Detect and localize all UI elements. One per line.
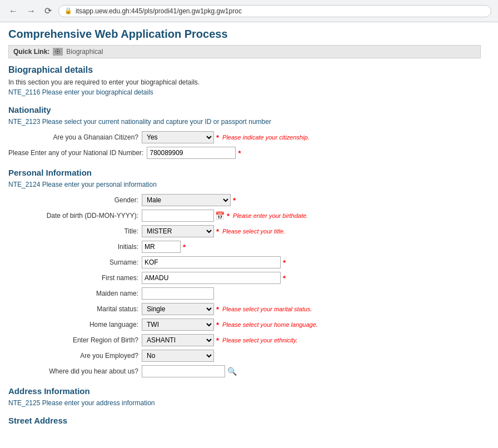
address-bar[interactable]: 🔒 itsapp.uew.edu.gh:445/pls/prodi41/gen.… xyxy=(58,5,491,17)
title-select[interactable]: MISTER MRS MS DR PROF xyxy=(142,225,214,237)
initials-required: * xyxy=(183,243,186,251)
maiden-input[interactable] xyxy=(142,287,214,300)
maiden-label: Maiden name: xyxy=(8,290,142,297)
quick-link-text: Biographical xyxy=(66,48,103,56)
firstname-input[interactable] xyxy=(142,272,281,284)
back-button[interactable]: ← xyxy=(7,5,20,17)
employed-select[interactable]: No Yes xyxy=(142,350,214,362)
surname-row: Surname: * xyxy=(8,256,481,268)
personal-info-nte: NTE_2124 Please enter your personal info… xyxy=(8,181,481,188)
region-error: Please select your ethnicity. xyxy=(222,337,298,344)
url-text: itsapp.uew.edu.gh:445/pls/prodi41/gen.gw… xyxy=(76,7,242,15)
gender-select[interactable]: Male Female xyxy=(142,194,231,206)
marital-error: Please select your marital status. xyxy=(222,306,312,312)
gender-label: Gender: xyxy=(8,196,142,204)
surname-label: Surname: xyxy=(8,258,142,266)
title-error: Please select your title. xyxy=(222,228,285,235)
initials-input[interactable] xyxy=(142,241,181,253)
marital-row: Marital status: Single Married Divorced … xyxy=(8,303,481,315)
employed-row: Are you Employed? No Yes xyxy=(8,350,481,362)
dob-input[interactable] xyxy=(142,210,214,222)
quick-link-bar: Quick Link: 🖸 Biographical xyxy=(8,45,481,58)
nationality-section: Nationality NTE_2123 Please select your … xyxy=(8,105,481,159)
national-id-input[interactable] xyxy=(147,147,236,159)
gender-row: Gender: Male Female * xyxy=(8,194,481,206)
where-label: Where did you hear about us? xyxy=(8,367,142,375)
lock-icon: 🔒 xyxy=(64,7,72,14)
initials-row: Initials: * xyxy=(8,241,481,253)
where-row: Where did you hear about us? 🔍 xyxy=(8,365,481,377)
street-address-section: Street Address xyxy=(8,416,481,425)
page-title: Comprehensive Web Application Process xyxy=(8,28,481,41)
reload-button[interactable]: ⟳ xyxy=(42,4,54,17)
initials-label: Initials: xyxy=(8,243,142,251)
nationality-heading: Nationality xyxy=(8,105,481,115)
quick-link-label: Quick Link: xyxy=(13,48,49,56)
employed-label: Are you Employed? xyxy=(8,352,142,360)
marital-label: Marital status: xyxy=(8,305,142,313)
biographical-description: In this section you are required to ente… xyxy=(8,78,481,86)
address-info-heading: Address Information xyxy=(8,386,481,396)
homelang-select[interactable]: TWI GA EWE HAUSA ENGLISH xyxy=(142,318,214,331)
personal-info-heading: Personal Information xyxy=(8,168,481,177)
region-label: Enter Region of Birth? xyxy=(8,336,142,344)
nationality-nte: NTE_2123 Please select your current nati… xyxy=(8,118,481,126)
calendar-icon[interactable]: 📅 xyxy=(215,211,225,220)
marital-select[interactable]: Single Married Divorced Widowed xyxy=(142,303,214,315)
homelang-required: * xyxy=(216,321,219,329)
firstname-row: First names: * xyxy=(8,272,481,284)
dob-required: * xyxy=(227,212,230,220)
where-input[interactable] xyxy=(142,365,225,377)
marital-required: * xyxy=(216,305,219,313)
biographical-section: Biographical details In this section you… xyxy=(8,65,481,96)
search-icon[interactable]: 🔍 xyxy=(227,367,237,376)
gender-required: * xyxy=(233,196,236,205)
page-content: Comprehensive Web Application Process Qu… xyxy=(0,22,489,440)
dob-row: Date of birth (DD-MON-YYYY): 📅 * Please … xyxy=(8,210,481,222)
maiden-row: Maiden name: xyxy=(8,287,481,300)
citizen-error: Please indicate your citizenship. xyxy=(222,134,310,141)
dob-label: Date of birth (DD-MON-YYYY): xyxy=(8,212,142,220)
citizen-required: * xyxy=(216,133,219,142)
homelang-label: Home language: xyxy=(8,321,142,328)
national-id-label: Please Enter any of your National ID Num… xyxy=(8,149,147,157)
firstname-required: * xyxy=(283,274,286,282)
region-required: * xyxy=(216,336,219,345)
quick-link-icon: 🖸 xyxy=(53,48,63,56)
region-select[interactable]: ASHANTI GREATER ACCRA WESTERN CENTRAL EA… xyxy=(142,334,214,346)
dob-error: Please enter your birthdate. xyxy=(233,212,308,219)
address-info-section: Address Information NTE_2125 Please ente… xyxy=(8,386,481,407)
title-row: Title: MISTER MRS MS DR PROF * Please se… xyxy=(8,225,481,237)
national-id-required: * xyxy=(238,149,241,157)
surname-input[interactable] xyxy=(142,256,281,268)
street-address-heading: Street Address xyxy=(8,416,481,425)
citizen-row: Are you a Ghanaian Citizen? Yes No * Ple… xyxy=(8,131,481,143)
title-required: * xyxy=(216,227,219,236)
homelang-error: Please select your home language. xyxy=(222,321,318,328)
citizen-label: Are you a Ghanaian Citizen? xyxy=(8,133,142,141)
personal-info-section: Personal Information NTE_2124 Please ent… xyxy=(8,168,481,377)
address-info-nte: NTE_2125 Please enter your address infor… xyxy=(8,399,481,407)
citizen-select[interactable]: Yes No xyxy=(142,131,214,143)
national-id-row: Please Enter any of your National ID Num… xyxy=(8,147,481,159)
surname-required: * xyxy=(283,258,286,267)
firstname-label: First names: xyxy=(8,274,142,282)
title-label: Title: xyxy=(8,227,142,235)
region-row: Enter Region of Birth? ASHANTI GREATER A… xyxy=(8,334,481,346)
biographical-nte: NTE_2116 Please enter your biographical … xyxy=(8,88,481,96)
forward-button[interactable]: → xyxy=(24,5,38,17)
biographical-heading: Biographical details xyxy=(8,65,481,75)
homelang-row: Home language: TWI GA EWE HAUSA ENGLISH … xyxy=(8,318,481,331)
browser-chrome: ← → ⟳ 🔒 itsapp.uew.edu.gh:445/pls/prodi4… xyxy=(0,0,498,22)
